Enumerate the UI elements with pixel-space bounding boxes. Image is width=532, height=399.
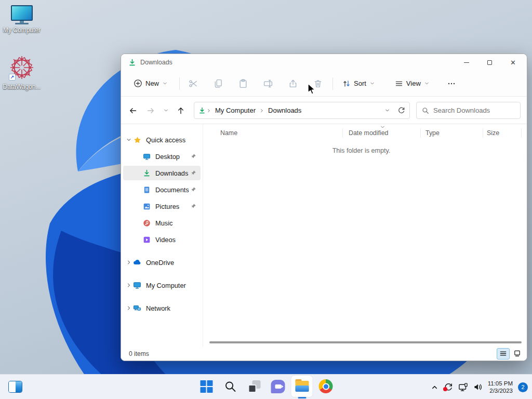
paste-button[interactable] bbox=[233, 75, 254, 92]
desktop-icon-my-computer[interactable]: My Computer bbox=[2, 5, 42, 34]
recent-locations-button[interactable] bbox=[159, 102, 172, 119]
sidebar-item-downloads[interactable]: Downloads bbox=[123, 166, 201, 180]
video-icon bbox=[142, 236, 151, 244]
update-sync-tray-icon[interactable] bbox=[444, 382, 453, 392]
forward-button[interactable] bbox=[142, 102, 159, 119]
rename-button[interactable] bbox=[258, 75, 278, 92]
see-more-button[interactable] bbox=[442, 79, 461, 88]
chevron-right-icon bbox=[125, 282, 132, 288]
new-button-label: New bbox=[145, 79, 159, 87]
network-icon bbox=[132, 304, 142, 312]
close-icon: ✕ bbox=[510, 59, 516, 66]
sidebar-item-quick-access[interactable]: Quick access bbox=[123, 132, 201, 147]
breadcrumb-downloads[interactable]: Downloads bbox=[265, 107, 304, 114]
sidebar-item-documents[interactable]: Documents bbox=[123, 182, 201, 197]
column-divider[interactable] bbox=[420, 128, 421, 138]
volume-tray-icon[interactable] bbox=[473, 382, 483, 392]
download-icon bbox=[142, 169, 151, 177]
copy-button[interactable] bbox=[208, 75, 229, 92]
breadcrumb-chevron-icon bbox=[259, 108, 264, 113]
view-button[interactable]: View bbox=[390, 76, 435, 91]
search-input[interactable] bbox=[433, 107, 515, 114]
active-app-indicator bbox=[298, 397, 306, 398]
onedrive-cloud-icon bbox=[132, 258, 142, 267]
large-icons-view-button[interactable] bbox=[511, 348, 524, 360]
file-list-area[interactable]: Name Date modified Type Size This folder… bbox=[203, 124, 527, 347]
horizontal-scrollbar[interactable] bbox=[209, 341, 522, 343]
task-view-icon bbox=[248, 380, 260, 393]
desktop-icon-datawagon[interactable]: ↗ DataWagon... bbox=[2, 54, 42, 90]
sidebar-item-my-computer[interactable]: My Computer bbox=[123, 278, 201, 292]
sidebar-item-pictures[interactable]: Pictures bbox=[123, 199, 201, 214]
desktop-icon-label: My Computer bbox=[2, 26, 42, 34]
search-box[interactable] bbox=[416, 102, 521, 119]
chat-button[interactable] bbox=[268, 376, 289, 397]
sidebar-item-videos[interactable]: Videos bbox=[123, 232, 201, 247]
sidebar-item-onedrive[interactable]: OneDrive bbox=[123, 255, 201, 270]
details-view-button[interactable] bbox=[497, 348, 510, 360]
search-icon bbox=[422, 107, 429, 114]
taskbar-search-button[interactable] bbox=[220, 376, 241, 397]
datawagon-icon: ↗ bbox=[8, 54, 35, 81]
column-header-type[interactable]: Type bbox=[425, 129, 440, 137]
pin-icon bbox=[190, 153, 197, 159]
refresh-icon[interactable] bbox=[397, 107, 405, 114]
copy-icon bbox=[214, 79, 223, 88]
sidebar-item-music[interactable]: Music bbox=[123, 216, 201, 230]
column-divider[interactable] bbox=[483, 128, 483, 138]
pin-icon bbox=[190, 203, 197, 209]
computer-icon bbox=[132, 281, 142, 289]
breadcrumb-my-computer[interactable]: My Computer bbox=[212, 107, 259, 114]
status-bar: 0 items bbox=[121, 347, 527, 361]
chevron-down-icon bbox=[369, 81, 375, 86]
paste-icon bbox=[238, 79, 248, 88]
sort-button-label: Sort bbox=[354, 79, 366, 87]
clock[interactable]: 11:05 PM 2/3/2023 bbox=[488, 380, 513, 394]
notification-count-badge[interactable]: 2 bbox=[518, 382, 528, 392]
view-lines-icon bbox=[395, 79, 403, 88]
close-button[interactable]: ✕ bbox=[501, 54, 525, 71]
show-hidden-icons-button[interactable] bbox=[431, 383, 438, 391]
file-explorer-button[interactable] bbox=[291, 376, 313, 397]
plus-circle-icon bbox=[134, 79, 142, 88]
pictures-icon bbox=[142, 203, 151, 210]
address-bar[interactable]: My Computer Downloads bbox=[194, 102, 410, 119]
rename-icon bbox=[263, 79, 273, 88]
column-divider[interactable] bbox=[342, 128, 343, 138]
sidebar-item-network[interactable]: Network bbox=[123, 301, 201, 315]
maximize-button[interactable] bbox=[478, 54, 501, 71]
minimize-icon bbox=[464, 62, 469, 63]
maximize-icon bbox=[487, 60, 492, 65]
document-icon bbox=[142, 186, 151, 194]
up-button[interactable] bbox=[172, 102, 190, 119]
sort-button[interactable]: Sort bbox=[337, 76, 380, 91]
pin-icon bbox=[190, 170, 197, 176]
view-button-label: View bbox=[406, 79, 421, 87]
breadcrumb-chevron-icon bbox=[206, 108, 211, 113]
widgets-button[interactable] bbox=[8, 381, 22, 393]
task-view-button[interactable] bbox=[244, 376, 265, 397]
start-button[interactable] bbox=[196, 376, 217, 397]
title-bar[interactable]: Downloads ✕ bbox=[121, 54, 527, 71]
column-header-size[interactable]: Size bbox=[487, 129, 499, 137]
chrome-button[interactable] bbox=[315, 376, 337, 397]
navigation-pane: Quick access Desktop Downloads Documents bbox=[121, 124, 203, 347]
column-header-date-modified[interactable]: Date modified bbox=[349, 129, 388, 137]
chrome-icon bbox=[319, 379, 333, 393]
share-icon bbox=[288, 79, 298, 88]
sidebar-item-desktop[interactable]: Desktop bbox=[123, 149, 201, 164]
my-computer-icon bbox=[2, 5, 42, 24]
address-dropdown-icon[interactable] bbox=[384, 108, 390, 113]
network-tray-icon[interactable] bbox=[458, 382, 468, 392]
minimize-button[interactable] bbox=[455, 54, 478, 71]
downloads-folder-icon bbox=[128, 59, 136, 66]
new-button[interactable]: New bbox=[128, 76, 173, 91]
cut-button[interactable] bbox=[183, 75, 204, 92]
toolbar-separator bbox=[332, 77, 333, 90]
column-divider[interactable] bbox=[521, 128, 522, 138]
toolbar-separator bbox=[179, 77, 180, 90]
column-header-name[interactable]: Name bbox=[220, 129, 237, 137]
taskbar: 11:05 PM 2/3/2023 2 bbox=[0, 374, 532, 399]
share-button[interactable] bbox=[283, 75, 303, 92]
back-button[interactable] bbox=[124, 102, 142, 119]
